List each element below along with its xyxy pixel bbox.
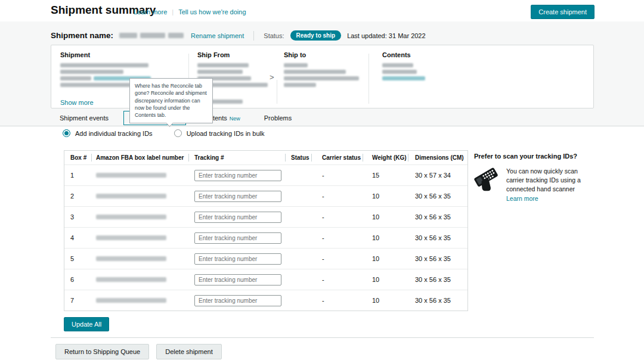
redacted-line [284, 70, 370, 74]
column-header-carrier-status: Carrier status [311, 151, 363, 165]
carrier-status: - [311, 255, 363, 262]
status-label: Status: [264, 32, 284, 39]
redacted-block [284, 63, 370, 87]
box-label-redacted [91, 173, 188, 178]
tracking-number-input[interactable] [194, 212, 281, 223]
radio-selected-icon[interactable] [63, 129, 70, 137]
redacted-text [96, 215, 166, 219]
redacted-line [284, 76, 370, 80]
box-number: 7 [64, 297, 91, 304]
weight-value: 15 [363, 172, 408, 179]
vertical-divider [253, 31, 254, 41]
tracking-cell [188, 170, 285, 181]
redacted-text [96, 277, 166, 282]
info-column-title: Shipment [60, 51, 182, 58]
redacted-line [197, 63, 272, 67]
tooltip-text: Where has the Reconcile tab gone? Reconc… [135, 83, 207, 118]
weight-value: 10 [363, 255, 408, 262]
box-label-redacted [91, 235, 188, 240]
column-header-box: Box # [64, 151, 91, 165]
redacted-text [140, 33, 165, 38]
tab-shipment-events[interactable]: Shipment events [51, 111, 117, 125]
barcode-scanner-icon [474, 167, 501, 194]
update-all-button[interactable]: Update All [64, 317, 109, 331]
last-updated: Last updated: 31 Mar 2022 [347, 32, 425, 39]
carrier-status: - [311, 172, 363, 179]
tracking-number-input[interactable] [194, 232, 281, 244]
box-label-redacted [91, 277, 188, 282]
feedback-link[interactable]: Tell us how we're doing [178, 8, 246, 15]
redacted-line [382, 70, 501, 74]
header-links: Learn more | Tell us how we're doing [134, 8, 246, 15]
weight-value: 10 [363, 234, 408, 241]
delete-shipment-button[interactable]: Delete shipment [156, 344, 222, 359]
redacted-line [60, 63, 182, 67]
box-label-redacted [91, 298, 188, 303]
reconcile-tooltip: Where has the Reconcile tab gone? Reconc… [129, 78, 213, 123]
weight-value: 10 [363, 276, 408, 283]
tab-label: Problems [264, 114, 292, 122]
table-body: 1-1530 x 57 x 342-1030 x 56 x 353-1030 x… [64, 165, 467, 311]
box-number: 3 [64, 213, 91, 221]
column-header-weight-kg: Weight (KG) [363, 151, 408, 165]
box-number: 4 [64, 234, 91, 241]
redacted-text [96, 173, 166, 178]
redacted-text [197, 63, 249, 67]
table-row: 5-1030 x 56 x 35 [64, 248, 467, 269]
chevron-right-icon: > [270, 73, 274, 82]
redacted-text [382, 70, 417, 74]
dimensions-value: 30 x 56 x 35 [408, 255, 469, 262]
table-row: 4-1030 x 56 x 35 [64, 227, 467, 248]
show-more-link[interactable]: Show more [60, 99, 94, 106]
dimensions-value: 30 x 57 x 34 [408, 172, 469, 179]
table-header-row: Box #Amazon FBA box label numberTracking… [64, 151, 467, 165]
table-row: 7-1030 x 56 x 35 [64, 290, 467, 311]
radio-option-add-individual-tracking-ids[interactable]: Add individual tracking IDs [63, 129, 153, 137]
rename-shipment-link[interactable]: Rename shipment [191, 32, 244, 39]
box-number: 2 [64, 193, 91, 200]
radio-unselected-icon[interactable] [174, 129, 182, 137]
dimensions-value: 30 x 56 x 35 [408, 193, 469, 200]
redacted-line [60, 70, 182, 74]
tracking-number-input[interactable] [194, 274, 281, 285]
redacted-text [284, 70, 346, 74]
tracking-cell [188, 253, 285, 265]
radio-option-upload-tracking-ids-in-bulk[interactable]: Upload tracking IDs in bulk [174, 129, 265, 137]
footer-actions: Return to Shipping Queue Delete shipment [55, 344, 222, 359]
tracking-table: Box #Amazon FBA box label numberTracking… [64, 150, 468, 311]
box-number: 1 [64, 172, 91, 179]
carrier-status: - [311, 297, 363, 304]
redacted-text [382, 76, 425, 80]
redacted-text [119, 33, 137, 38]
tab-new-badge: New [230, 116, 240, 122]
table-row: 2-1030 x 56 x 35 [64, 185, 467, 206]
tab-problems[interactable]: Problems [255, 111, 301, 125]
radio-label: Add individual tracking IDs [75, 130, 153, 137]
carrier-status: - [311, 193, 363, 200]
return-to-shipping-queue-button[interactable]: Return to Shipping Queue [55, 344, 149, 359]
redacted-text [60, 70, 123, 74]
tracking-number-input[interactable] [194, 170, 281, 181]
tracking-number-input[interactable] [194, 295, 281, 306]
tracking-number-input[interactable] [194, 253, 281, 265]
scan-body-text: You can now quickly scan carrier trackin… [506, 167, 581, 193]
weight-value: 10 [363, 297, 408, 304]
scan-learn-more-link[interactable]: Learn more [506, 195, 538, 202]
redacted-text [168, 33, 184, 38]
tracking-number-input[interactable] [194, 191, 281, 202]
redacted-text [96, 235, 166, 240]
tracking-cell [188, 212, 285, 223]
link-separator: | [172, 8, 174, 15]
redacted-text [284, 63, 308, 67]
dimensions-value: 30 x 56 x 35 [408, 234, 469, 241]
scan-panel-title: Prefer to scan your tracking IDs? [474, 153, 591, 160]
column-divider [369, 54, 369, 104]
carrier-status: - [311, 276, 363, 283]
shipment-name-label: Shipment name: [51, 31, 113, 40]
status-badge: Ready to ship [290, 30, 342, 41]
box-label-redacted [91, 215, 188, 219]
column-header-status: Status [285, 151, 311, 165]
carrier-status: - [311, 234, 363, 241]
create-shipment-button[interactable]: Create shipment [531, 5, 595, 19]
learn-more-link[interactable]: Learn more [134, 8, 167, 15]
